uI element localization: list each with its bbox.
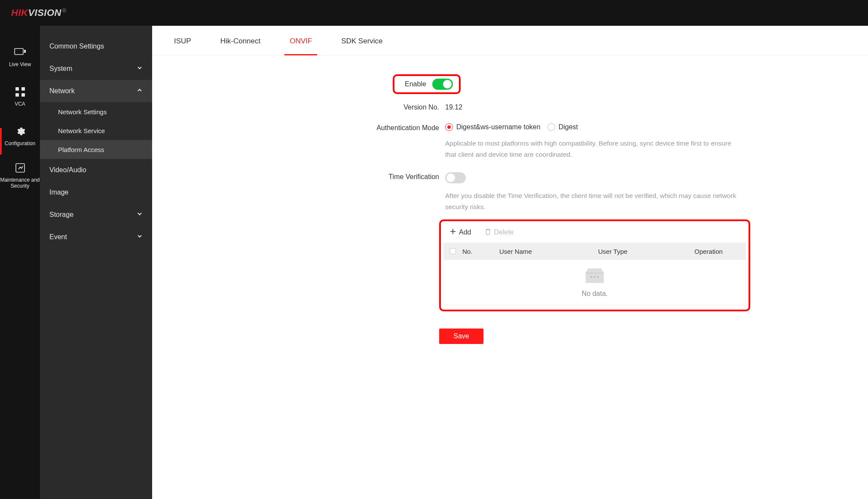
- sidebar-sub-network-settings[interactable]: Network Settings: [40, 102, 152, 121]
- enable-toggle[interactable]: [432, 79, 453, 90]
- table-empty-state: No data.: [443, 260, 746, 305]
- chevron-up-icon: [137, 87, 143, 95]
- sidebar-sub-platform-access[interactable]: Platform Access: [40, 140, 152, 159]
- app-header: HIK VISION ®: [0, 0, 868, 26]
- empty-text: No data.: [582, 290, 608, 298]
- svg-rect-4: [15, 93, 19, 97]
- sidebar-label: Event: [49, 233, 67, 241]
- delete-user-button[interactable]: Delete: [485, 228, 513, 237]
- sidebar-item-storage[interactable]: Storage: [40, 204, 152, 226]
- nav-maintenance[interactable]: Maintenance and Security: [0, 155, 40, 195]
- trash-icon: [485, 228, 491, 237]
- auth-hint: Applicable to most platforms with high c…: [445, 138, 743, 160]
- auth-mode-label: Authentication Mode: [164, 122, 445, 132]
- col-usertype: User Type: [598, 248, 694, 255]
- svg-rect-3: [21, 87, 25, 91]
- primary-nav: Live View VCA Configuration: [0, 26, 40, 499]
- svg-point-9: [594, 276, 596, 278]
- sidebar-item-image[interactable]: Image: [40, 181, 152, 204]
- auth-radio-digest-wsusername[interactable]: Digest&ws-username token: [445, 123, 541, 131]
- time-verify-hint: After you disable the Time Verification,…: [445, 190, 743, 213]
- tab-bar: ISUP Hik-Connect ONVIF SDK Service: [152, 26, 868, 55]
- logo-part-1: HIK: [11, 7, 28, 18]
- sidebar-item-network[interactable]: Network: [40, 80, 152, 102]
- svg-rect-5: [21, 93, 25, 97]
- logo-part-2: VISION: [28, 7, 61, 18]
- enable-highlight: Enable: [393, 74, 461, 94]
- vca-icon: [15, 85, 25, 98]
- sidebar-item-event[interactable]: Event: [40, 226, 152, 248]
- svg-rect-2: [15, 87, 19, 91]
- col-username: User Name: [499, 248, 598, 255]
- sidebar-label: Common Settings: [49, 43, 104, 50]
- col-operation: Operation: [694, 248, 746, 255]
- logo-registered: ®: [62, 8, 66, 14]
- auth-radio-1-label: Digest&ws-username token: [456, 123, 541, 131]
- brand-logo: HIK VISION ®: [11, 7, 66, 18]
- nav-live-view-label: Live View: [9, 61, 31, 67]
- content-area: ISUP Hik-Connect ONVIF SDK Service Enabl…: [152, 26, 868, 499]
- user-table-header: No. User Name User Type Operation: [443, 243, 746, 260]
- sidebar-sub-network-service[interactable]: Network Service: [40, 121, 152, 140]
- chevron-down-icon: [137, 211, 143, 219]
- tab-onvif[interactable]: ONVIF: [287, 31, 315, 55]
- chevron-down-icon: [137, 233, 143, 241]
- version-label: Version No.: [164, 101, 445, 111]
- save-button[interactable]: Save: [439, 329, 483, 344]
- maintenance-icon: [15, 161, 25, 174]
- sidebar-sub-label: Network Settings: [58, 108, 107, 116]
- time-verify-toggle[interactable]: [445, 172, 466, 183]
- sidebar-sub-label: Network Service: [58, 127, 105, 134]
- add-user-button[interactable]: Add: [449, 228, 471, 237]
- live-view-icon: [14, 46, 26, 59]
- plus-icon: [449, 228, 456, 237]
- sidebar-label: Video/Audio: [49, 166, 86, 174]
- svg-point-10: [597, 276, 599, 278]
- empty-box-icon: [584, 268, 605, 286]
- radio-circle-icon: [547, 123, 555, 131]
- sidebar-label: Image: [49, 189, 68, 196]
- svg-rect-7: [586, 273, 604, 274]
- add-label: Add: [459, 228, 471, 236]
- chevron-down-icon: [137, 65, 143, 73]
- nav-configuration[interactable]: Configuration: [0, 116, 40, 155]
- enable-label: Enable: [405, 80, 426, 88]
- sidebar-label: System: [49, 65, 72, 73]
- svg-rect-1: [24, 50, 26, 53]
- sidebar-label: Storage: [49, 211, 73, 219]
- nav-configuration-label: Configuration: [5, 140, 35, 146]
- tab-isup[interactable]: ISUP: [171, 31, 194, 55]
- radio-circle-icon: [445, 123, 453, 131]
- sidebar-item-video-audio[interactable]: Video/Audio: [40, 159, 152, 181]
- col-no: No.: [462, 248, 499, 255]
- nav-live-view[interactable]: Live View: [0, 37, 40, 76]
- sidebar-sub-label: Platform Access: [58, 146, 104, 153]
- gear-icon: [15, 125, 25, 138]
- tab-hik-connect[interactable]: Hik-Connect: [218, 31, 263, 55]
- version-value: 19.12: [445, 103, 856, 111]
- svg-point-8: [590, 276, 592, 278]
- sidebar-item-system[interactable]: System: [40, 58, 152, 80]
- auth-radio-digest[interactable]: Digest: [547, 123, 578, 131]
- auth-radio-2-label: Digest: [559, 123, 578, 131]
- nav-vca-label: VCA: [15, 101, 25, 107]
- select-all-checkbox[interactable]: [450, 248, 456, 254]
- svg-rect-6: [16, 164, 24, 172]
- sidebar-item-common-settings[interactable]: Common Settings: [40, 35, 152, 58]
- delete-label: Delete: [494, 228, 513, 236]
- user-table-highlight: Add Delete No. User Name User Type Ope: [439, 219, 750, 311]
- time-verify-label: Time Verification: [164, 170, 445, 181]
- nav-vca[interactable]: VCA: [0, 76, 40, 116]
- nav-maintenance-label: Maintenance and Security: [0, 177, 40, 189]
- svg-rect-0: [15, 49, 23, 55]
- tab-sdk-service[interactable]: SDK Service: [339, 31, 385, 55]
- secondary-nav: Common Settings System Network Network S…: [40, 26, 152, 499]
- sidebar-label: Network: [49, 87, 75, 95]
